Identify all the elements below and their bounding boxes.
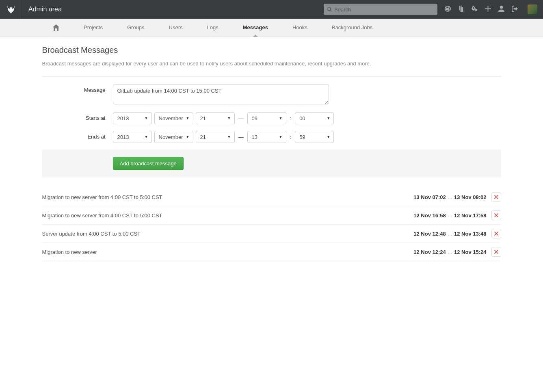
ends-year-select[interactable]: 2013 [113,131,152,143]
logo[interactable] [0,0,22,19]
starts-hour-select[interactable]: 09 [247,112,286,124]
search-input[interactable] [334,6,434,13]
broadcast-text: Migration to new server [42,249,97,255]
broadcast-right: 13 Nov 07:02 … 13 Nov 09:02 [413,192,501,202]
search-wrap[interactable] [324,4,437,15]
broadcast-text: Migration to new server from 4:00 CST to… [42,212,162,219]
globe-icon[interactable] [445,6,451,13]
row-ends-at: Ends at 2013 November 21 — 13 : 59 [42,131,501,143]
signout-icon[interactable] [512,6,518,13]
close-icon [494,250,498,254]
close-icon [494,195,498,199]
broadcast-list: Migration to new server from 4:00 CST to… [42,188,501,261]
close-icon [494,213,498,217]
delete-button[interactable] [491,210,501,220]
row-message: Message [42,84,501,106]
nav-logs[interactable]: Logs [195,19,231,37]
plus-icon[interactable] [485,6,491,13]
broadcast-item: Migration to new server12 Nov 12:24 … 12… [42,243,501,261]
nav-users[interactable]: Users [157,19,195,37]
brand-title[interactable]: Admin area [22,6,62,13]
delete-button[interactable] [491,192,501,202]
page: Broadcast Messages Broadcast messages ar… [42,37,501,277]
nav-hooks[interactable]: Hooks [280,19,320,37]
starts-month-select[interactable]: November [154,112,193,124]
broadcast-item: Server update from 4:00 CST to 5:00 CST1… [42,225,501,243]
broadcast-dates: 12 Nov 12:48 … 12 Nov 13:48 [413,231,486,237]
subnav: Projects Groups Users Logs Messages Hook… [0,19,543,37]
topbar: Admin area [0,0,543,19]
ends-dash: — [237,134,245,140]
gears-icon[interactable] [472,6,478,13]
add-broadcast-button[interactable]: Add broadcast message [113,157,184,170]
label-starts-at: Starts at [42,112,113,121]
broadcast-text: Server update from 4:00 CST to 5:00 CST [42,231,141,237]
close-icon [494,232,498,236]
broadcast-text: Migration to new server from 4:00 CST to… [42,194,162,200]
page-title: Broadcast Messages [42,45,501,55]
user-icon[interactable] [498,6,504,13]
home-icon [53,24,59,31]
ends-hour-select[interactable]: 13 [247,131,286,143]
delete-button[interactable] [491,247,501,257]
search-icon [327,7,332,12]
broadcast-right: 12 Nov 12:48 … 12 Nov 13:48 [413,229,501,238]
broadcast-dates: 12 Nov 12:24 … 12 Nov 15:24 [413,249,486,255]
broadcast-item: Migration to new server from 4:00 CST to… [42,206,501,225]
label-message: Message [42,84,113,93]
starts-day-select[interactable]: 21 [196,112,235,124]
ends-day-select[interactable]: 21 [196,131,235,143]
label-ends-at: Ends at [42,131,113,140]
starts-year-select[interactable]: 2013 [113,112,152,124]
fox-icon [6,4,16,15]
row-starts-at: Starts at 2013 November 21 — 09 : 00 [42,112,501,124]
ends-month-select[interactable]: November [154,131,193,143]
nav-home[interactable] [41,19,71,37]
page-desc: Broadcast messages are displayed for eve… [42,61,501,77]
avatar[interactable] [528,4,537,14]
starts-dash: — [237,115,245,121]
starts-colon: : [289,115,293,121]
broadcast-right: 12 Nov 12:24 … 12 Nov 15:24 [413,247,501,257]
actions-bar: Add broadcast message [42,149,501,178]
nav-groups[interactable]: Groups [115,19,157,37]
starts-minute-select[interactable]: 00 [295,112,334,124]
broadcast-item: Migration to new server from 4:00 CST to… [42,188,501,206]
broadcast-dates: 12 Nov 16:58 … 12 Nov 17:58 [413,212,486,219]
nav-projects[interactable]: Projects [71,19,115,37]
ends-colon: : [289,134,293,140]
nav-bgjobs[interactable]: Background Jobs [320,19,385,37]
copy-icon[interactable] [458,6,464,13]
broadcast-right: 12 Nov 16:58 … 12 Nov 17:58 [413,210,501,220]
ends-minute-select[interactable]: 59 [295,131,334,143]
broadcast-dates: 13 Nov 07:02 … 13 Nov 09:02 [413,194,486,200]
message-textarea[interactable] [113,84,329,104]
top-icons [441,4,537,14]
delete-button[interactable] [491,229,501,238]
nav-messages[interactable]: Messages [231,19,280,37]
